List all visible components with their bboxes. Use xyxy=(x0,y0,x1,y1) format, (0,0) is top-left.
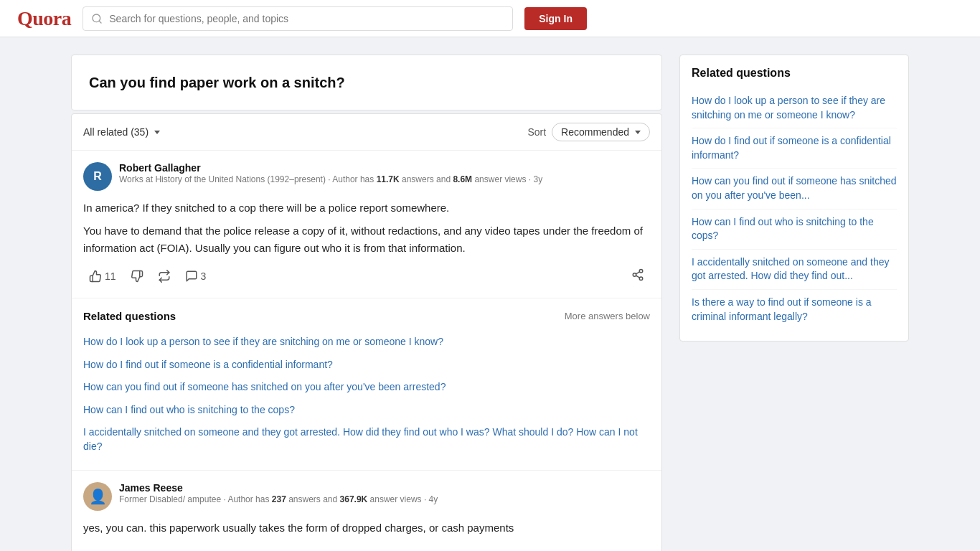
author-name[interactable]: Robert Gallagher xyxy=(119,162,542,174)
downvote-button[interactable] xyxy=(125,267,149,286)
avatar: R xyxy=(83,162,112,191)
author-info: Robert Gallagher Works at History of the… xyxy=(119,162,542,186)
sidebar-link[interactable]: How do I look up a person to see if they… xyxy=(692,88,897,128)
comment-icon xyxy=(185,270,198,283)
content-column: Can you find paper work on a snitch? All… xyxy=(71,55,662,551)
comment-count: 3 xyxy=(201,270,207,282)
chevron-down-icon xyxy=(635,131,641,134)
quora-logo[interactable]: Quora xyxy=(17,7,71,30)
share-button[interactable] xyxy=(626,265,650,286)
question-title: Can you find paper work on a snitch? xyxy=(89,72,644,93)
search-icon xyxy=(91,13,103,24)
search-input[interactable] xyxy=(83,6,513,31)
sidebar-related-title: Related questions xyxy=(692,67,897,80)
upvote-button[interactable]: 11 xyxy=(83,267,122,286)
reshare-icon xyxy=(158,270,171,283)
related-link[interactable]: How can you find out if someone has snit… xyxy=(83,376,650,399)
author-meta: Former Disabled/ amputee · Author has 23… xyxy=(119,494,438,506)
sort-dropdown[interactable]: Recommended xyxy=(552,123,650,141)
share-reshare-button[interactable] xyxy=(152,267,176,286)
answer-header: 👤 James Reese Former Disabled/ amputee ·… xyxy=(83,482,650,511)
more-answers-label: More answers below xyxy=(565,311,650,321)
related-link[interactable]: I accidentally snitched on someone and t… xyxy=(83,421,650,458)
sidebar-link[interactable]: How can I find out who is snitching to t… xyxy=(692,209,897,250)
related-questions-mid: Related questions More answers below How… xyxy=(72,298,661,471)
sidebar-link[interactable]: How can you find out if someone has snit… xyxy=(692,169,897,209)
related-link[interactable]: How can I find out who is snitching to t… xyxy=(83,399,650,422)
sort-label: Sort xyxy=(527,126,546,138)
answer-text: In america? If they snitched to a cop th… xyxy=(83,199,650,257)
sidebar-column: Related questions How do I look up a per… xyxy=(679,55,909,551)
sidebar-related: Related questions How do I look up a per… xyxy=(679,55,909,342)
answers-toolbar: All related (35) Sort Recommended xyxy=(72,114,661,151)
question-card: Can you find paper work on a snitch? xyxy=(71,55,662,110)
avatar: 👤 xyxy=(83,482,112,511)
upvote-count: 11 xyxy=(105,270,116,282)
related-link[interactable]: How do I look up a person to see if they… xyxy=(83,331,650,354)
all-related-filter[interactable]: All related (35) xyxy=(83,126,160,138)
svg-line-1 xyxy=(99,21,101,23)
sort-area: Sort Recommended xyxy=(527,123,650,141)
sidebar-link[interactable]: I accidentally snitched on someone and t… xyxy=(692,250,897,290)
svg-line-6 xyxy=(636,272,639,274)
answer-header: R Robert Gallagher Works at History of t… xyxy=(83,162,650,191)
sidebar-link[interactable]: Is there a way to find out if someone is… xyxy=(692,290,897,329)
search-wrapper xyxy=(83,6,513,31)
author-name[interactable]: James Reese xyxy=(119,482,438,494)
related-link[interactable]: How do I find out if someone is a confid… xyxy=(83,354,650,377)
signin-button[interactable]: Sign In xyxy=(524,7,587,30)
comment-button[interactable]: 3 xyxy=(179,267,212,286)
related-questions-title: Related questions xyxy=(83,310,176,322)
all-related-label: All related (35) xyxy=(83,126,149,138)
main-layout: Can you find paper work on a snitch? All… xyxy=(60,37,920,551)
vote-bar: 11 xyxy=(83,265,650,286)
svg-line-5 xyxy=(636,276,639,278)
answer-item: 👤 James Reese Former Disabled/ amputee ·… xyxy=(72,471,661,551)
related-mid-header: Related questions More answers below xyxy=(83,310,650,322)
chevron-down-icon xyxy=(154,131,160,134)
downvote-icon xyxy=(131,270,143,283)
answer-item: R Robert Gallagher Works at History of t… xyxy=(72,151,661,298)
sort-value: Recommended xyxy=(561,126,629,138)
header: Quora Sign In xyxy=(0,0,980,37)
sidebar-link[interactable]: How do I find out if someone is a confid… xyxy=(692,128,897,169)
upvote-icon xyxy=(89,270,102,283)
answer-text: yes, you can. this paperwork usually tak… xyxy=(83,519,650,537)
share-icon xyxy=(631,268,644,281)
answers-section: All related (35) Sort Recommended R Robe… xyxy=(71,113,662,551)
author-info: James Reese Former Disabled/ amputee · A… xyxy=(119,482,438,506)
author-meta: Works at History of the United Nations (… xyxy=(119,174,542,186)
